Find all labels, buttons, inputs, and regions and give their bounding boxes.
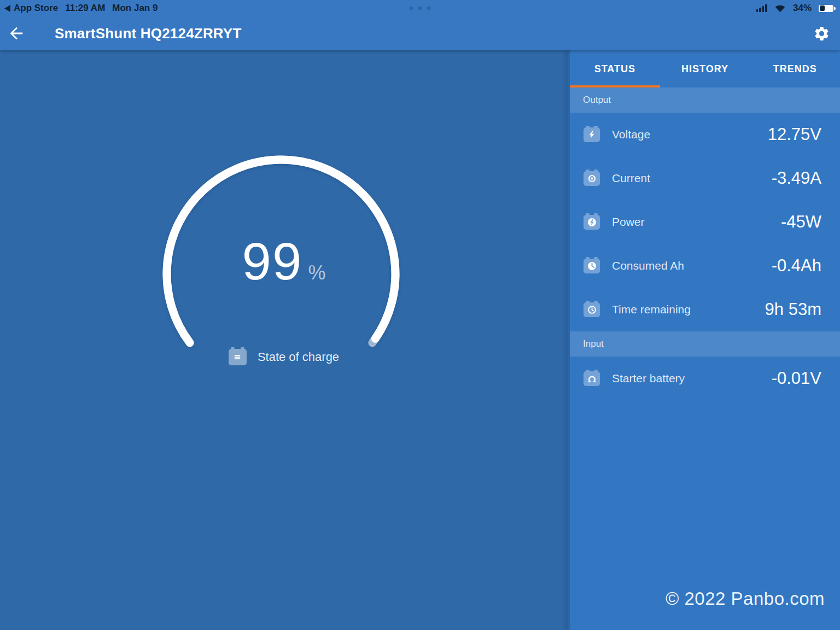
battery-consumed-ah-icon bbox=[584, 259, 600, 273]
gauge-panel: 99% State of charge bbox=[0, 50, 568, 630]
section-header-output: Output bbox=[570, 88, 840, 113]
tab-history[interactable]: HISTORY bbox=[660, 50, 750, 88]
status-time: 11:29 AM bbox=[65, 3, 105, 14]
settings-button[interactable] bbox=[813, 25, 830, 42]
metric-value: -3.49A bbox=[772, 168, 821, 188]
multitasking-dots-icon bbox=[410, 7, 431, 10]
detail-panel: STATUSHISTORYTRENDS OutputVoltage12.75VC… bbox=[568, 50, 840, 630]
gauge-label: State of charge bbox=[258, 350, 339, 364]
starter-battery-icon bbox=[584, 371, 600, 386]
back-triangle-icon bbox=[4, 5, 10, 12]
state-of-charge-icon bbox=[229, 349, 247, 365]
tab-label: HISTORY bbox=[681, 63, 728, 75]
metric-value: 9h 53m bbox=[765, 300, 821, 319]
metric-row-starter-battery: Starter battery-0.01V bbox=[570, 357, 840, 400]
battery-current-icon bbox=[584, 171, 600, 186]
section-title: Input bbox=[583, 339, 604, 349]
metric-value: -0.01V bbox=[772, 369, 821, 388]
status-bar: App Store 11:29 AM Mon Jan 9 34% bbox=[0, 0, 840, 16]
tab-bar: STATUSHISTORYTRENDS bbox=[570, 50, 840, 88]
app-screen: App Store 11:29 AM Mon Jan 9 34% bbox=[0, 0, 840, 630]
tab-trends[interactable]: TRENDS bbox=[750, 50, 840, 88]
metric-label: Consumed Ah bbox=[612, 259, 684, 272]
battery-voltage-icon bbox=[584, 127, 600, 142]
metric-label: Starter battery bbox=[612, 372, 685, 385]
metric-value: -0.4Ah bbox=[772, 256, 821, 276]
back-to-app-label: App Store bbox=[14, 3, 58, 14]
arrow-left-icon bbox=[7, 24, 26, 43]
tab-label: STATUS bbox=[594, 63, 635, 75]
gauge-readout: 99% bbox=[0, 235, 568, 288]
gauge-unit: % bbox=[308, 261, 325, 284]
metric-sections: OutputVoltage12.75VCurrent-3.49APower-45… bbox=[570, 88, 840, 400]
wifi-icon bbox=[774, 4, 786, 13]
battery-time-remaining-icon bbox=[584, 302, 600, 317]
gear-icon bbox=[813, 25, 830, 42]
gauge-caption: State of charge bbox=[0, 349, 568, 365]
status-date: Mon Jan 9 bbox=[112, 3, 158, 14]
nav-bar: SmartShunt HQ2124ZRRYT bbox=[0, 16, 840, 50]
metric-row-voltage: Voltage12.75V bbox=[570, 113, 840, 156]
metric-label: Power bbox=[612, 215, 645, 229]
back-button[interactable] bbox=[0, 24, 33, 43]
tab-status[interactable]: STATUS bbox=[570, 50, 660, 88]
metric-row-power: Power-45W bbox=[570, 200, 840, 244]
page-title: SmartShunt HQ2124ZRRYT bbox=[55, 25, 242, 42]
metric-row-time-remaining: Time remaining9h 53m bbox=[570, 288, 840, 331]
metric-row-current: Current-3.49A bbox=[570, 156, 840, 200]
battery-power-icon bbox=[584, 215, 600, 230]
watermark: © 2022 Panbo.com bbox=[666, 588, 825, 609]
battery-status-icon bbox=[819, 5, 833, 12]
metric-label: Voltage bbox=[612, 128, 650, 141]
tab-label: TRENDS bbox=[773, 63, 817, 75]
back-to-app-indicator[interactable]: App Store bbox=[4, 3, 58, 14]
metric-label: Current bbox=[612, 172, 650, 185]
metric-value: 12.75V bbox=[768, 125, 821, 144]
metric-row-consumed-ah: Consumed Ah-0.4Ah bbox=[570, 244, 840, 288]
section-header-input: Input bbox=[570, 331, 840, 357]
metric-label: Time remaining bbox=[612, 303, 691, 316]
section-title: Output bbox=[583, 95, 611, 106]
cellular-signal-icon bbox=[756, 4, 767, 12]
battery-percent-label: 34% bbox=[793, 3, 812, 14]
gauge-value: 99 bbox=[242, 232, 303, 290]
metric-value: -45W bbox=[781, 212, 821, 232]
